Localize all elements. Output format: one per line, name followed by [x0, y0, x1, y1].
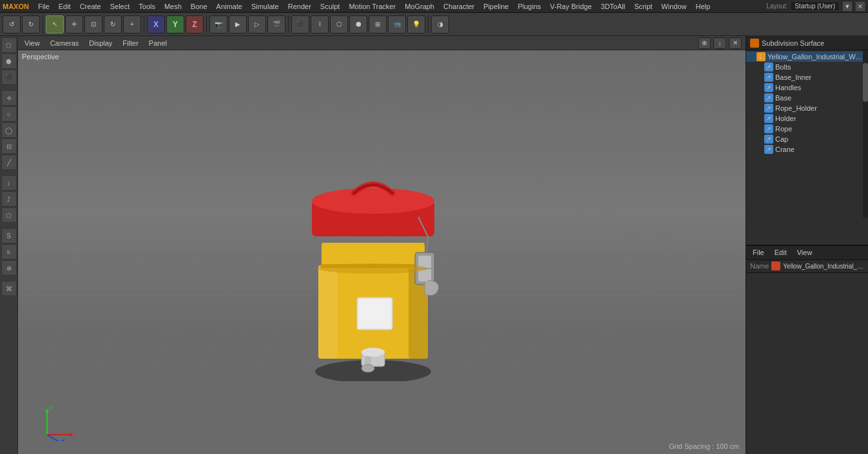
light-btn[interactable]: 💡	[407, 15, 425, 33]
menu-select[interactable]: Select	[106, 1, 134, 12]
nurbs-btn[interactable]: ⬡	[330, 15, 348, 33]
viewport[interactable]: X Y Z Perspective Grid Spacing : 100 cm	[18, 50, 746, 454]
lt-morph[interactable]: ⌘	[1, 281, 17, 296]
scale-btn[interactable]: ⊡	[84, 15, 102, 33]
tree-item-root[interactable]: L Yellow_Gallon_Industrial_Water_C	[746, 52, 868, 62]
vp-menu-panel[interactable]: Panel	[146, 38, 169, 48]
spline-btn[interactable]: ⌇	[311, 15, 329, 33]
menu-edit[interactable]: Edit	[55, 1, 75, 12]
x-axis-btn[interactable]: X	[147, 15, 165, 33]
tree-item-base[interactable]: ↗ Base	[746, 93, 868, 103]
array-btn[interactable]: ⊞	[369, 15, 387, 33]
layout-close-btn[interactable]: ✕	[855, 1, 865, 12]
lt-loop-sel[interactable]: ↕	[1, 175, 17, 191]
tree-label-rope-holder: Rope_Holder	[775, 104, 817, 112]
tree-item-cap[interactable]: ↗ Cap	[746, 134, 868, 144]
menu-pipeline[interactable]: Pipeline	[479, 1, 512, 12]
rotate-btn[interactable]: ↻	[104, 15, 122, 33]
menu-render[interactable]: Render	[284, 1, 315, 12]
cube-btn[interactable]: ⬛	[291, 15, 309, 33]
tree-item-rope[interactable]: ↗ Rope	[746, 124, 868, 134]
menu-mesh[interactable]: Mesh	[160, 1, 186, 12]
move-btn[interactable]: ✛	[65, 15, 83, 33]
deform-btn[interactable]: ⬢	[349, 15, 367, 33]
menu-script[interactable]: Script	[630, 1, 656, 12]
viewport-container: View Cameras Display Filter Panel ⊕ ↓ ✕	[18, 36, 746, 454]
select-live-btn[interactable]: ↖	[46, 15, 64, 33]
menu-animate[interactable]: Animate	[213, 1, 246, 12]
tree-label-cap: Cap	[775, 135, 788, 143]
vp-close-btn[interactable]: ✕	[729, 37, 742, 49]
z-axis-btn[interactable]: Z	[186, 15, 204, 33]
lt-translate[interactable]: ✛	[1, 90, 17, 106]
render-view-btn[interactable]: 📷	[209, 15, 227, 33]
menu-plugins[interactable]: Plugins	[514, 1, 545, 12]
menu-bone[interactable]: Bone	[187, 1, 211, 12]
lt-poly-mode[interactable]: ⬛	[1, 70, 17, 85]
lt-align[interactable]: ≡	[1, 244, 17, 260]
menu-help[interactable]: Help	[691, 1, 714, 12]
tree-item-handles[interactable]: ↗ Handles	[746, 82, 868, 93]
vp-menu-display[interactable]: Display	[86, 38, 115, 48]
lt-texture[interactable]: ⊕	[1, 260, 17, 276]
lt-snap[interactable]: S	[1, 228, 17, 243]
menu-tools[interactable]: Tools	[135, 1, 159, 12]
svg-point-47	[318, 263, 428, 274]
vp-menu-filter[interactable]: Filter	[120, 38, 140, 48]
menu-simulate[interactable]: Simulate	[247, 1, 283, 12]
toolbar-sep-4	[288, 15, 289, 33]
tree-item-bolts[interactable]: ↗ Bolts	[746, 62, 868, 72]
render-region-btn[interactable]: ▶	[229, 15, 247, 33]
tree-label-bolts: Bolts	[775, 63, 791, 71]
lt-edge-mode[interactable]: ⬢	[1, 53, 17, 69]
menu-mograph[interactable]: MoGraph	[401, 1, 438, 12]
lt-knife[interactable]: ╱	[1, 155, 17, 170]
redo-btn[interactable]: ↻	[22, 15, 40, 33]
vp-menu-cameras[interactable]: Cameras	[48, 38, 82, 48]
display-btn[interactable]: ◑	[431, 15, 449, 33]
svg-marker-49	[70, 433, 73, 437]
vp-menu-view[interactable]: View	[22, 38, 43, 48]
top-menu-bar: MAXON File Edit Create Select Tools Mesh…	[0, 0, 868, 13]
lt-point-mode[interactable]: ⬡	[1, 37, 17, 53]
menu-sculpt[interactable]: Sculpt	[316, 1, 344, 12]
render-active-btn[interactable]: ▷	[248, 15, 266, 33]
vp-home-btn[interactable]: ⊕	[698, 37, 711, 49]
attr-object-name: Yellow_Gallon_Industrial_Water_C	[783, 263, 864, 270]
tree-item-crane[interactable]: ↗ Crane	[746, 144, 868, 155]
right-scrollbar[interactable]	[863, 50, 868, 218]
lt-bevel[interactable]: ⬠	[1, 207, 17, 223]
tree-label-rope: Rope	[775, 125, 792, 133]
right-scrollbar-thumb[interactable]	[863, 63, 868, 102]
create-btn[interactable]: +	[123, 15, 141, 33]
menu-create[interactable]: Create	[76, 1, 105, 12]
camera-btn[interactable]: 📹	[388, 15, 406, 33]
attr-edit-btn[interactable]: Edit	[772, 247, 789, 258]
lt-mirror[interactable]: ⊟	[1, 138, 17, 154]
svg-marker-55	[60, 439, 64, 441]
menu-character[interactable]: Character	[439, 1, 478, 12]
menu-motion-tracker[interactable]: Motion Tracker	[345, 1, 400, 12]
menu-vray-bridge[interactable]: V-Ray Bridge	[546, 1, 596, 12]
menu-window[interactable]: Window	[657, 1, 690, 12]
vp-down-btn[interactable]: ↓	[713, 37, 726, 49]
menu-3dtoall[interactable]: 3DToAll	[597, 1, 629, 12]
tree-label-crane: Crane	[775, 146, 795, 153]
viewport-header: View Cameras Display Filter Panel ⊕ ↓ ✕	[18, 36, 746, 50]
y-axis-btn[interactable]: Y	[166, 15, 184, 33]
tree-item-base-inner[interactable]: ↗ Base_Inner	[746, 72, 868, 82]
tree-item-rope-holder[interactable]: ↗ Rope_Holder	[746, 103, 868, 113]
lt-extrude[interactable]: ⤴	[1, 191, 17, 207]
lt-brush[interactable]: ○	[1, 106, 17, 122]
layout-selector[interactable]: Startup (User)	[790, 1, 840, 11]
toolbar-sep-1	[43, 15, 43, 33]
layout-settings-btn[interactable]: ▼	[842, 1, 853, 12]
attr-file-btn[interactable]: File	[750, 247, 767, 258]
menu-file[interactable]: File	[34, 1, 53, 12]
attr-view-btn[interactable]: View	[795, 247, 815, 258]
tree-item-holder[interactable]: ↗ Holder	[746, 113, 868, 124]
lt-magnet[interactable]: ◯	[1, 122, 17, 138]
viewport-icons: ⊕ ↓ ✕	[698, 37, 742, 49]
render-to-picture-btn[interactable]: 🎬	[267, 15, 285, 33]
undo-btn[interactable]: ↺	[3, 15, 21, 33]
